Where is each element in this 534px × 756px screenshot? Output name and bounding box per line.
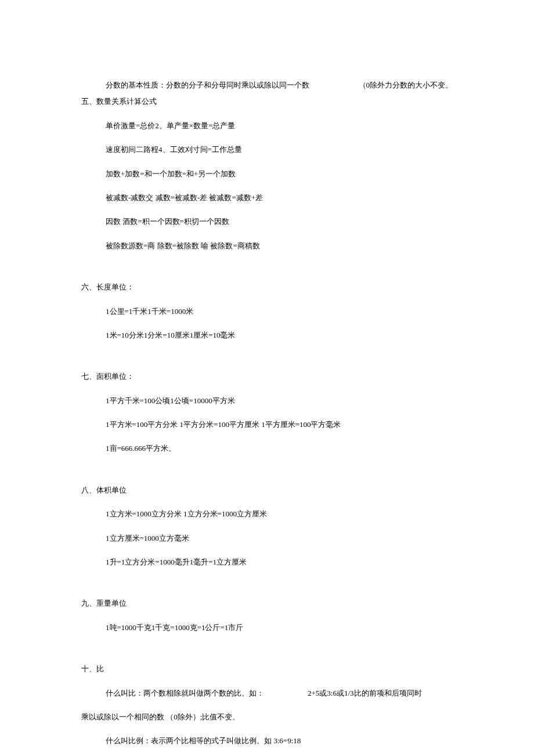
- s5-line6: 被除数源数=商 除数=被除数 喻 被除数=商稿数: [81, 239, 453, 252]
- s7-line2: 1平方米=100平方分米 1平方分米=100平方厘米 1平方厘米=100平方毫米: [81, 418, 453, 431]
- s8-line2: 1立方厘米=1000立方毫米: [81, 531, 453, 545]
- heading-8: 八、体积单位: [81, 483, 453, 497]
- s8-line1: 1立方米=1000立方分米 1立方分米=1000立方厘米: [81, 507, 453, 520]
- s5-line5: 因数 酒数=积一个因数=积切一个因数: [81, 215, 453, 228]
- s10-line1: 什么叫比：两个数相除就叫做两个数的比。如： 2+5或3:6或1/3比的前项和后项…: [81, 686, 453, 700]
- s5-line1: 单价激量=总价2、单产量×数量=总产量: [81, 119, 453, 132]
- fraction-property-right: （0除外力分数的大小不变。: [359, 78, 453, 92]
- s10-line1-left: 什么叫比：两个数相除就叫做两个数的比。如：: [81, 686, 308, 700]
- s5-line2: 速度初间二路程4、工效刈寸间=工作总量: [81, 143, 453, 156]
- s5-line3: 加数+加数=和一个加数=和+另一个加数: [81, 167, 453, 180]
- fraction-property-left: 分数的基本性质：分数的分子和分母同时乘以或除以同一个数: [81, 78, 309, 92]
- fraction-property-line: 分数的基本性质：分数的分子和分母同时乘以或除以同一个数 （0除外力分数的大小不变…: [81, 78, 453, 92]
- heading-9: 九、重量单位: [81, 596, 453, 610]
- s10-line2: 乘以或除以一个相同的数 （0除外）;比值不变。: [81, 710, 453, 724]
- s5-line4: 被减数-减数交 减数=被减数-差 被减数=减数+差: [81, 191, 453, 204]
- s7-line3: 1亩=666.666平方米。: [81, 442, 453, 455]
- heading-5: 五、数量关系计算公式: [81, 95, 453, 108]
- s8-line3: 1升=1立方分米=1000毫升1毫升=1立方厘米: [81, 555, 453, 569]
- s6-line2: 1米=10分米1分米=10厘米1厘米=10毫米: [81, 328, 453, 342]
- heading-7: 七、面积单位：: [81, 370, 453, 383]
- s7-line1: 1平方千米=100公顷1公顷=10000平方米: [81, 394, 453, 407]
- s9-line1: 1吨=1000千克1千克=1000克=1公斤=1市斤: [81, 621, 453, 634]
- s10-line1-right: 2+5或3:6或1/3比的前项和后项同时: [308, 686, 422, 700]
- s6-line1: 1公里=1千米1千米=1000米: [81, 305, 453, 318]
- s10-line3: 什么叫比例：表示两个比相等的式子叫做比例。如 3:6=9:18: [81, 734, 453, 747]
- heading-10: 十、比: [81, 662, 453, 675]
- heading-6: 六、长度单位：: [81, 280, 453, 294]
